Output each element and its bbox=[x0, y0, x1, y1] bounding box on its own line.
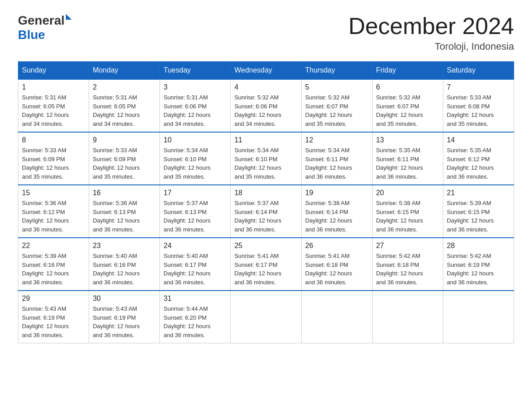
location-subtitle: Toroloji, Indonesia bbox=[348, 41, 514, 52]
calendar-day-cell: 23Sunrise: 5:40 AMSunset: 6:16 PMDayligh… bbox=[89, 238, 160, 291]
calendar-day-cell: 27Sunrise: 5:42 AMSunset: 6:18 PMDayligh… bbox=[372, 238, 443, 291]
calendar-day-cell: 1Sunrise: 5:31 AMSunset: 6:05 PMDaylight… bbox=[18, 79, 89, 132]
day-number: 29 bbox=[22, 295, 85, 303]
calendar-day-cell: 9Sunrise: 5:33 AMSunset: 6:09 PMDaylight… bbox=[89, 132, 160, 185]
day-number: 13 bbox=[376, 136, 439, 144]
day-number: 31 bbox=[163, 295, 227, 303]
calendar-day-cell: 15Sunrise: 5:36 AMSunset: 6:12 PMDayligh… bbox=[18, 185, 89, 238]
day-number: 1 bbox=[22, 83, 85, 91]
calendar-day-cell: 28Sunrise: 5:42 AMSunset: 6:19 PMDayligh… bbox=[443, 238, 514, 291]
day-info: Sunrise: 5:34 AMSunset: 6:10 PMDaylight:… bbox=[234, 146, 297, 181]
day-info: Sunrise: 5:40 AMSunset: 6:16 PMDaylight:… bbox=[93, 252, 156, 287]
calendar-week-row: 8Sunrise: 5:33 AMSunset: 6:09 PMDaylight… bbox=[18, 132, 514, 185]
day-number: 24 bbox=[163, 242, 227, 250]
day-number: 8 bbox=[22, 136, 85, 144]
calendar-day-cell: 3Sunrise: 5:31 AMSunset: 6:06 PMDaylight… bbox=[160, 79, 231, 132]
calendar-week-row: 22Sunrise: 5:39 AMSunset: 6:16 PMDayligh… bbox=[18, 238, 514, 291]
weekday-header-tuesday: Tuesday bbox=[160, 62, 231, 80]
day-number: 7 bbox=[447, 83, 510, 91]
day-number: 6 bbox=[376, 83, 439, 91]
day-info: Sunrise: 5:39 AMSunset: 6:15 PMDaylight:… bbox=[447, 199, 510, 234]
day-number: 5 bbox=[305, 83, 369, 91]
day-number: 21 bbox=[447, 189, 510, 197]
weekday-header-thursday: Thursday bbox=[301, 62, 372, 80]
page-header: General Blue December 2024 Toroloji, Ind… bbox=[18, 13, 514, 52]
day-number: 26 bbox=[305, 242, 369, 250]
day-info: Sunrise: 5:35 AMSunset: 6:12 PMDaylight:… bbox=[447, 146, 510, 181]
day-number: 4 bbox=[234, 83, 297, 91]
calendar-week-row: 15Sunrise: 5:36 AMSunset: 6:12 PMDayligh… bbox=[18, 185, 514, 238]
calendar-day-cell: 13Sunrise: 5:35 AMSunset: 6:11 PMDayligh… bbox=[372, 132, 443, 185]
weekday-header-monday: Monday bbox=[89, 62, 160, 80]
day-info: Sunrise: 5:31 AMSunset: 6:05 PMDaylight:… bbox=[93, 93, 156, 128]
calendar-day-empty bbox=[231, 291, 301, 343]
calendar-week-row: 29Sunrise: 5:43 AMSunset: 6:19 PMDayligh… bbox=[18, 291, 514, 343]
weekday-header-sunday: Sunday bbox=[18, 62, 89, 80]
calendar-day-cell: 31Sunrise: 5:44 AMSunset: 6:20 PMDayligh… bbox=[160, 291, 231, 343]
logo-blue-text: Blue bbox=[18, 28, 45, 42]
calendar-day-cell: 20Sunrise: 5:38 AMSunset: 6:15 PMDayligh… bbox=[372, 185, 443, 238]
day-info: Sunrise: 5:34 AMSunset: 6:11 PMDaylight:… bbox=[305, 146, 369, 181]
calendar-day-empty bbox=[301, 291, 372, 343]
day-number: 19 bbox=[305, 189, 369, 197]
day-info: Sunrise: 5:33 AMSunset: 6:08 PMDaylight:… bbox=[447, 93, 510, 128]
calendar-week-row: 1Sunrise: 5:31 AMSunset: 6:05 PMDaylight… bbox=[18, 79, 514, 132]
calendar-day-cell: 5Sunrise: 5:32 AMSunset: 6:07 PMDaylight… bbox=[301, 79, 372, 132]
calendar-table: SundayMondayTuesdayWednesdayThursdayFrid… bbox=[18, 61, 514, 343]
calendar-day-cell: 6Sunrise: 5:32 AMSunset: 6:07 PMDaylight… bbox=[372, 79, 443, 132]
day-number: 20 bbox=[376, 189, 439, 197]
day-number: 18 bbox=[234, 189, 297, 197]
day-info: Sunrise: 5:43 AMSunset: 6:19 PMDaylight:… bbox=[93, 304, 156, 339]
day-number: 15 bbox=[22, 189, 85, 197]
calendar-day-cell: 8Sunrise: 5:33 AMSunset: 6:09 PMDaylight… bbox=[18, 132, 89, 185]
logo-general-text: General bbox=[18, 13, 64, 28]
calendar-day-cell: 18Sunrise: 5:37 AMSunset: 6:14 PMDayligh… bbox=[231, 185, 301, 238]
day-info: Sunrise: 5:35 AMSunset: 6:11 PMDaylight:… bbox=[376, 146, 439, 181]
day-number: 3 bbox=[163, 83, 227, 91]
calendar-day-cell: 4Sunrise: 5:32 AMSunset: 6:06 PMDaylight… bbox=[231, 79, 301, 132]
weekday-header-saturday: Saturday bbox=[443, 62, 514, 80]
calendar-day-cell: 29Sunrise: 5:43 AMSunset: 6:19 PMDayligh… bbox=[18, 291, 89, 343]
day-info: Sunrise: 5:33 AMSunset: 6:09 PMDaylight:… bbox=[93, 146, 156, 181]
calendar-day-cell: 19Sunrise: 5:38 AMSunset: 6:14 PMDayligh… bbox=[301, 185, 372, 238]
day-info: Sunrise: 5:39 AMSunset: 6:16 PMDaylight:… bbox=[22, 252, 85, 287]
day-info: Sunrise: 5:42 AMSunset: 6:18 PMDaylight:… bbox=[376, 252, 439, 287]
logo: General Blue bbox=[18, 13, 72, 42]
calendar-day-cell: 22Sunrise: 5:39 AMSunset: 6:16 PMDayligh… bbox=[18, 238, 89, 291]
day-number: 9 bbox=[93, 136, 156, 144]
day-info: Sunrise: 5:32 AMSunset: 6:06 PMDaylight:… bbox=[234, 93, 297, 128]
day-number: 23 bbox=[93, 242, 156, 250]
day-number: 30 bbox=[93, 295, 156, 303]
calendar-day-cell: 12Sunrise: 5:34 AMSunset: 6:11 PMDayligh… bbox=[301, 132, 372, 185]
month-title: December 2024 bbox=[348, 13, 514, 39]
title-section: December 2024 Toroloji, Indonesia bbox=[348, 13, 514, 52]
day-number: 11 bbox=[234, 136, 297, 144]
weekday-header-row: SundayMondayTuesdayWednesdayThursdayFrid… bbox=[18, 62, 514, 80]
day-info: Sunrise: 5:36 AMSunset: 6:12 PMDaylight:… bbox=[22, 199, 85, 234]
day-number: 12 bbox=[305, 136, 369, 144]
day-info: Sunrise: 5:31 AMSunset: 6:05 PMDaylight:… bbox=[22, 93, 85, 128]
calendar-day-cell: 17Sunrise: 5:37 AMSunset: 6:13 PMDayligh… bbox=[160, 185, 231, 238]
day-info: Sunrise: 5:43 AMSunset: 6:19 PMDaylight:… bbox=[22, 304, 85, 339]
day-number: 25 bbox=[234, 242, 297, 250]
calendar-day-cell: 7Sunrise: 5:33 AMSunset: 6:08 PMDaylight… bbox=[443, 79, 514, 132]
calendar-day-cell: 26Sunrise: 5:41 AMSunset: 6:18 PMDayligh… bbox=[301, 238, 372, 291]
weekday-header-friday: Friday bbox=[372, 62, 443, 80]
day-info: Sunrise: 5:31 AMSunset: 6:06 PMDaylight:… bbox=[163, 93, 227, 128]
day-info: Sunrise: 5:40 AMSunset: 6:17 PMDaylight:… bbox=[163, 252, 227, 287]
calendar-day-cell: 25Sunrise: 5:41 AMSunset: 6:17 PMDayligh… bbox=[231, 238, 301, 291]
logo-triangle-icon bbox=[66, 14, 72, 20]
calendar-day-cell: 11Sunrise: 5:34 AMSunset: 6:10 PMDayligh… bbox=[231, 132, 301, 185]
day-number: 10 bbox=[163, 136, 227, 144]
day-number: 2 bbox=[93, 83, 156, 91]
day-number: 17 bbox=[163, 189, 227, 197]
day-info: Sunrise: 5:38 AMSunset: 6:15 PMDaylight:… bbox=[376, 199, 439, 234]
day-info: Sunrise: 5:44 AMSunset: 6:20 PMDaylight:… bbox=[163, 304, 227, 339]
calendar-day-cell: 24Sunrise: 5:40 AMSunset: 6:17 PMDayligh… bbox=[160, 238, 231, 291]
calendar-day-cell: 30Sunrise: 5:43 AMSunset: 6:19 PMDayligh… bbox=[89, 291, 160, 343]
day-info: Sunrise: 5:37 AMSunset: 6:13 PMDaylight:… bbox=[163, 199, 227, 234]
calendar-day-empty bbox=[443, 291, 514, 343]
day-info: Sunrise: 5:36 AMSunset: 6:13 PMDaylight:… bbox=[93, 199, 156, 234]
day-number: 22 bbox=[22, 242, 85, 250]
calendar-day-cell: 21Sunrise: 5:39 AMSunset: 6:15 PMDayligh… bbox=[443, 185, 514, 238]
